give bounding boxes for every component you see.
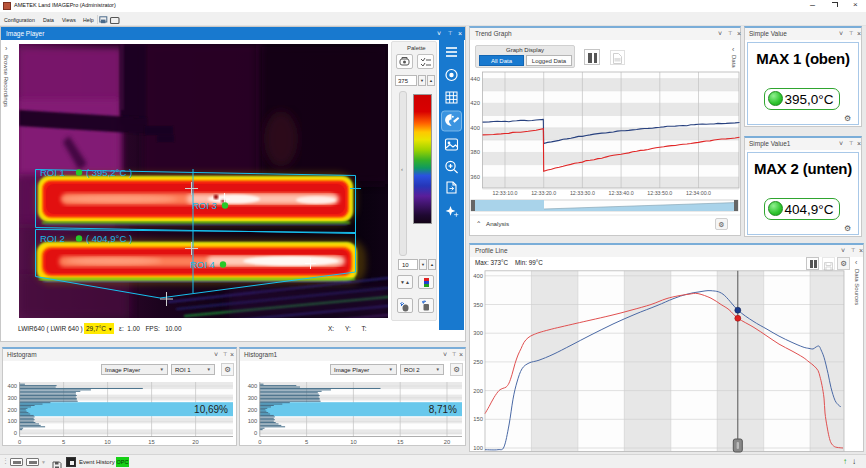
svg-text:420: 420 <box>470 100 480 106</box>
svg-text:400: 400 <box>473 273 483 279</box>
svg-text:0: 0 <box>258 439 261 445</box>
svg-text:ROI 2: ROI 2 <box>40 233 65 244</box>
svg-text:12:34:00.0: 12:34:00.0 <box>686 190 711 196</box>
svg-text:200: 200 <box>473 388 483 394</box>
svg-text:400: 400 <box>248 383 258 389</box>
svg-text:12:33:10.0: 12:33:10.0 <box>492 190 517 196</box>
svg-text:⌃: ⌃ <box>476 220 481 227</box>
svg-text:8,71%: 8,71% <box>429 404 457 415</box>
svg-text:12:33:50.0: 12:33:50.0 <box>647 190 672 196</box>
svg-text:ROI 1: ROI 1 <box>40 167 65 178</box>
svg-text:20: 20 <box>192 439 198 445</box>
svg-text:100: 100 <box>248 418 258 424</box>
svg-text:0: 0 <box>254 430 257 436</box>
svg-text:300: 300 <box>7 395 17 401</box>
svg-text:15: 15 <box>148 439 154 445</box>
svg-text:250: 250 <box>473 359 483 365</box>
svg-text:10,69%: 10,69% <box>194 404 228 415</box>
svg-text:( 395,2°C ): ( 395,2°C ) <box>86 167 132 178</box>
svg-text:100: 100 <box>7 418 17 424</box>
svg-text:440: 440 <box>470 76 480 82</box>
svg-text:15: 15 <box>397 439 403 445</box>
svg-text:20: 20 <box>444 439 450 445</box>
svg-text:ROI 3: ROI 3 <box>192 200 217 211</box>
svg-text:5: 5 <box>305 439 308 445</box>
svg-text:360: 360 <box>470 174 480 180</box>
svg-text:400: 400 <box>470 125 480 131</box>
svg-text:0: 0 <box>14 430 17 436</box>
svg-text:12:33:30.0: 12:33:30.0 <box>570 190 595 196</box>
svg-text:ROI 4: ROI 4 <box>190 259 215 270</box>
svg-text:Analysis: Analysis <box>486 220 509 227</box>
svg-text:350: 350 <box>473 302 483 308</box>
svg-text:100: 100 <box>473 445 483 451</box>
svg-text:200: 200 <box>7 407 17 413</box>
svg-text:( 404,9°C ): ( 404,9°C ) <box>86 233 132 244</box>
svg-text:300: 300 <box>248 395 258 401</box>
svg-text:380: 380 <box>470 149 480 155</box>
svg-text:10: 10 <box>104 439 110 445</box>
svg-text:300: 300 <box>473 330 483 336</box>
svg-text:200: 200 <box>248 407 258 413</box>
svg-text:400: 400 <box>7 383 17 389</box>
svg-text:12:33:40.0: 12:33:40.0 <box>609 190 634 196</box>
svg-text:0: 0 <box>18 439 21 445</box>
svg-text:150: 150 <box>473 416 483 422</box>
svg-text:5: 5 <box>62 439 65 445</box>
svg-text:10: 10 <box>350 439 356 445</box>
svg-text:12:33:20.0: 12:33:20.0 <box>531 190 556 196</box>
